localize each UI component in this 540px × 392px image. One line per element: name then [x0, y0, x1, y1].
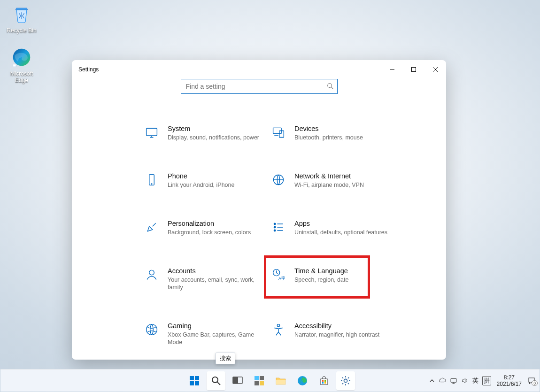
phone-icon	[144, 172, 159, 187]
svg-point-3	[327, 83, 332, 87]
tile-desc: Wi-Fi, airplane mode, VPN	[294, 181, 392, 189]
tile-desc: Your accounts, email, sync, work, family	[168, 276, 265, 291]
titlebar[interactable]: Settings	[72, 60, 446, 79]
svg-rect-20	[190, 381, 194, 385]
svg-rect-32	[322, 380, 324, 382]
tile-title: Apps	[294, 220, 392, 227]
tile-title: Accessibility	[294, 322, 392, 330]
svg-rect-29	[276, 380, 285, 384]
personalization-icon	[144, 220, 159, 235]
svg-point-17	[277, 324, 279, 327]
svg-rect-2	[412, 68, 416, 72]
svg-rect-18	[190, 376, 194, 380]
svg-point-10	[274, 223, 276, 225]
store-button[interactable]	[315, 371, 333, 390]
svg-rect-4	[147, 128, 157, 136]
tile-desc: Background, lock screen, colors	[168, 229, 265, 236]
tile-title: Gaming	[168, 322, 265, 330]
file-explorer-button[interactable]	[271, 371, 290, 390]
svg-rect-26	[260, 376, 264, 380]
maximize-button[interactable]	[403, 60, 424, 79]
tile-system[interactable]: System Display, sound, notifications, po…	[141, 123, 268, 143]
tile-personalization[interactable]: Personalization Background, lock screen,…	[141, 218, 268, 238]
search-input[interactable]	[186, 83, 327, 90]
close-button[interactable]	[424, 60, 446, 79]
ime-mode[interactable]: 拼	[482, 376, 491, 385]
start-button[interactable]	[185, 371, 204, 390]
system-icon	[144, 125, 159, 140]
clock[interactable]: 8:27 2021/6/17	[497, 374, 522, 387]
tile-accounts[interactable]: Accounts Your accounts, email, sync, wor…	[141, 265, 268, 293]
tile-title: Personalization	[168, 220, 265, 227]
tile-desc: Uninstall, defaults, optional features	[294, 229, 392, 236]
clock-time: 8:27	[497, 374, 522, 381]
network-icon	[271, 172, 286, 187]
taskbar-right: 英 拼 8:27 2021/6/17 3	[429, 369, 536, 392]
volume-icon[interactable]	[461, 377, 469, 384]
tile-desc: Link your Android, iPhone	[168, 181, 265, 189]
svg-rect-34	[322, 382, 324, 384]
tile-title: System	[168, 125, 265, 132]
edge-button[interactable]	[293, 371, 312, 390]
devices-icon	[271, 125, 286, 140]
search-icon	[327, 83, 333, 91]
edge-icon	[10, 46, 33, 69]
time-language-icon: A字	[271, 267, 286, 282]
svg-point-22	[212, 377, 218, 383]
svg-point-13	[149, 270, 154, 275]
search-box[interactable]	[181, 79, 338, 94]
svg-point-36	[344, 379, 347, 382]
svg-rect-1	[13, 64, 16, 67]
tile-desc: Xbox Game Bar, captures, Game Mode	[168, 331, 265, 346]
tray-chevron-up-icon[interactable]	[429, 378, 435, 384]
widgets-button[interactable]	[250, 371, 269, 390]
svg-rect-35	[324, 382, 326, 384]
action-center-badge: 3	[532, 380, 538, 386]
desktop-microsoft-edge[interactable]: Microsoft Edge	[3, 46, 40, 84]
accounts-icon	[144, 267, 159, 282]
svg-text:A字: A字	[278, 276, 285, 281]
gaming-icon	[144, 322, 159, 337]
svg-rect-27	[255, 381, 259, 385]
taskbar: 英 拼 8:27 2021/6/17 3	[0, 369, 540, 392]
settings-grid-scroll[interactable]: System Display, sound, notifications, po…	[141, 123, 440, 354]
clock-date: 2021/6/17	[497, 381, 522, 387]
tile-desc: Narrator, magnifier, high contrast	[294, 331, 392, 338]
svg-point-12	[274, 230, 276, 231]
svg-rect-24	[233, 377, 238, 384]
svg-point-8	[151, 184, 152, 184]
svg-rect-19	[195, 376, 199, 380]
svg-rect-28	[260, 381, 264, 385]
tile-devices[interactable]: Devices Bluetooth, printers, mouse	[268, 123, 395, 143]
tile-accessibility[interactable]: Accessibility Narrator, magnifier, high …	[268, 320, 395, 348]
tile-title: Phone	[168, 172, 265, 180]
svg-rect-25	[255, 376, 259, 380]
tile-time-language[interactable]: A字 Time & Language Speech, region, date	[268, 265, 395, 293]
minimize-button[interactable]	[381, 60, 403, 79]
tile-apps[interactable]: Apps Uninstall, defaults, optional featu…	[268, 218, 395, 238]
tile-gaming[interactable]: Gaming Xbox Game Bar, captures, Game Mod…	[141, 320, 268, 348]
task-view-button[interactable]	[228, 371, 247, 390]
tile-title: Accounts	[168, 267, 265, 275]
taskbar-search-button[interactable]	[207, 371, 225, 390]
tile-title: Network & Internet	[294, 172, 392, 180]
tile-network[interactable]: Network & Internet Wi-Fi, airplane mode,…	[268, 170, 395, 191]
apps-icon	[271, 220, 286, 235]
taskbar-center	[185, 369, 355, 392]
tile-phone[interactable]: Phone Link your Android, iPhone	[141, 170, 268, 191]
ime-language[interactable]: 英	[472, 377, 478, 385]
tile-title: Time & Language	[294, 267, 392, 275]
onedrive-icon[interactable]	[439, 377, 446, 384]
desktop-icon-label: Recycle Bin	[3, 27, 40, 34]
settings-taskbar-button[interactable]	[336, 371, 355, 390]
svg-point-16	[147, 324, 157, 335]
network-tray-icon[interactable]	[450, 377, 457, 384]
desktop-icon-label: Microsoft Edge	[3, 70, 40, 84]
svg-rect-37	[451, 378, 456, 382]
tile-desc: Display, sound, notifications, power	[168, 134, 265, 141]
tile-desc: Bluetooth, printers, mouse	[294, 134, 392, 141]
action-center-button[interactable]: 3	[527, 377, 536, 385]
svg-rect-31	[320, 379, 328, 384]
desktop-recycle-bin[interactable]: Recycle Bin	[3, 3, 40, 34]
tile-desc: Speech, region, date	[294, 276, 392, 284]
